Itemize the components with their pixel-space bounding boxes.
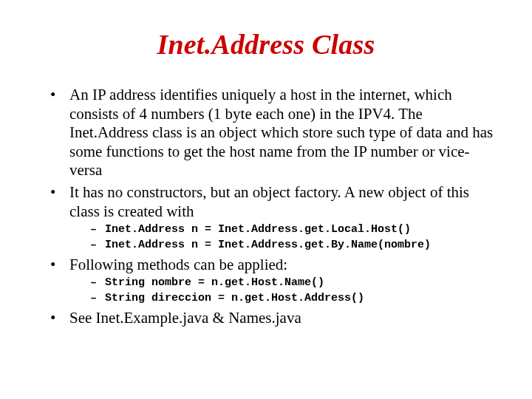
bullet-text: An IP address identifies uniquely a host…	[69, 86, 493, 179]
bullet-item: An IP address identifies uniquely a host…	[58, 86, 497, 180]
code-line: Inet.Address n = Inet.Address.get.Local.…	[95, 222, 497, 237]
bullet-text: It has no constructors, but an object fa…	[69, 183, 469, 220]
code-line: Inet.Address n = Inet.Address.get.By.Nam…	[95, 238, 497, 253]
code-text: String nombre = n.get.Host.Name()	[105, 276, 324, 289]
bullet-item: See Inet.Example.java & Names.java	[58, 309, 497, 328]
bullet-list: An IP address identifies uniquely a host…	[35, 86, 497, 327]
code-text: Inet.Address n = Inet.Address.get.By.Nam…	[105, 239, 431, 251]
slide-title: Inet.Address Class	[35, 28, 497, 61]
code-text: String direccion = n.get.Host.Address()	[105, 292, 364, 304]
code-line: String direccion = n.get.Host.Address()	[95, 291, 497, 306]
sub-bullet-list: String nombre = n.get.Host.Name() String…	[69, 276, 497, 306]
slide: Inet.Address Class An IP address identif…	[0, 0, 532, 399]
sub-bullet-list: Inet.Address n = Inet.Address.get.Local.…	[69, 222, 497, 253]
bullet-item: It has no constructors, but an object fa…	[58, 183, 497, 253]
code-text: Inet.Address n = Inet.Address.get.Local.…	[105, 223, 411, 236]
bullet-text: See Inet.Example.java & Names.java	[69, 309, 301, 327]
bullet-item: Following methods can be applied: String…	[58, 256, 497, 306]
bullet-text: Following methods can be applied:	[69, 256, 287, 273]
code-line: String nombre = n.get.Host.Name()	[95, 276, 497, 290]
